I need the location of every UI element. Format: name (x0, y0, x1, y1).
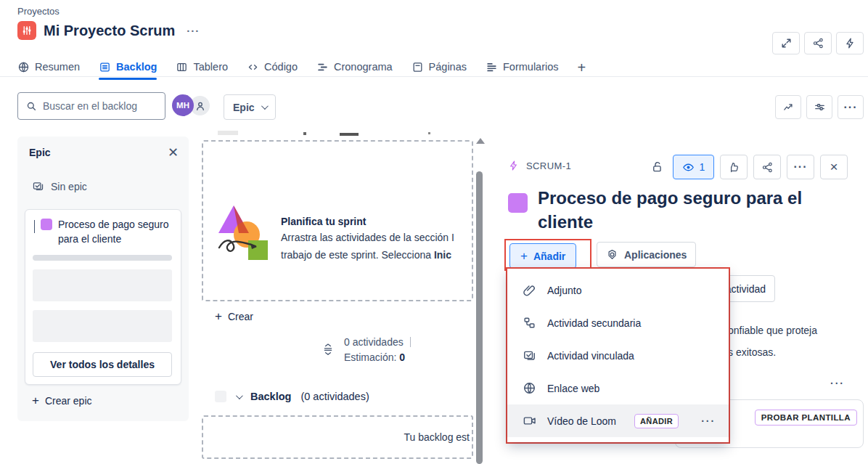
sin-epic-filter[interactable]: Sin epic (32, 180, 189, 192)
backlog-issue-count: (0 actividades) (300, 391, 369, 402)
description-fragment: s exitosas. (728, 346, 776, 358)
add-dropdown-menu: Adjunto Actividad secundaria Actividad v… (507, 269, 729, 442)
tab-tablero[interactable]: Tablero (176, 61, 228, 75)
backlog-section-title[interactable]: Backlog (250, 391, 291, 402)
project-avatar-icon (17, 21, 36, 40)
automation-button[interactable] (836, 32, 864, 54)
eye-icon (682, 161, 695, 174)
clipped-row-fragment (303, 132, 306, 135)
annotation-box-add: + Añadir (504, 239, 591, 271)
skeleton-row (33, 310, 172, 342)
epic-progress-bar (33, 255, 172, 261)
fullscreen-button[interactable] (772, 32, 800, 54)
linked-work-icon (523, 349, 536, 362)
clipped-row-fragment (428, 132, 430, 134)
scrollbar-up-arrow[interactable] (476, 138, 485, 144)
menu-item-video-loom[interactable]: Vídeo de Loom AÑADIR ··· (507, 404, 729, 437)
try-template-badge[interactable]: PROBAR PLANTILLA (755, 410, 857, 426)
search-icon (25, 100, 37, 112)
epic-card: Proceso de pago seguro para el cliente V… (25, 209, 181, 385)
sprint-empty-text-line2: trabajo de este sprint. Selecciona Inic (281, 249, 451, 261)
share-button[interactable] (804, 32, 832, 54)
add-tab-button[interactable]: + (578, 60, 586, 76)
globe-icon (523, 381, 536, 395)
menu-item-enlace-web[interactable]: Enlace web (507, 372, 729, 404)
epic-panel-title: Epic (29, 147, 51, 158)
project-more-button[interactable]: ··· (182, 23, 204, 38)
breadcrumb[interactable]: Proyectos (17, 6, 60, 17)
search-input[interactable] (43, 100, 152, 112)
add-button[interactable]: + Añadir (509, 243, 576, 269)
like-button[interactable] (720, 155, 748, 179)
menu-item-more-button[interactable]: ··· (701, 415, 716, 427)
no-epic-icon (32, 180, 44, 192)
tab-paginas[interactable]: Páginas (412, 61, 467, 75)
loom-video-icon (523, 414, 536, 428)
chevron-down-icon (261, 102, 269, 110)
plus-icon: + (215, 312, 222, 322)
tab-cronograma[interactable]: Cronograma (316, 61, 393, 75)
chevron-down-icon[interactable] (34, 217, 35, 233)
tab-codigo[interactable]: Código (247, 61, 298, 75)
insights-button[interactable] (775, 95, 801, 119)
sprint-illustration (216, 203, 276, 264)
clipped-row-fragment (218, 131, 238, 135)
tabs-divider (0, 76, 868, 77)
estimate-value: 0 (399, 351, 405, 363)
scrollbar-thumb[interactable] (476, 171, 483, 464)
project-tabs: Resumen Backlog Tablero Código Cronogram… (17, 58, 586, 77)
watchers-button[interactable]: 1 (673, 155, 714, 179)
avatar[interactable]: MH (172, 94, 194, 116)
select-all-checkbox[interactable] (215, 391, 226, 402)
sprint-empty-title: Planifica tu sprint (281, 216, 366, 227)
sprint-empty-card: Planifica tu sprint Arrastra las activid… (202, 140, 473, 301)
sprint-stats: 0 actividades Estimación: 0 (321, 335, 411, 365)
backlog-empty-text: Tu backlog est (404, 431, 470, 443)
menu-item-adjunto[interactable]: Adjunto (507, 274, 729, 306)
issue-key[interactable]: SCRUM-1 (526, 160, 571, 171)
backlog-empty-dropzone: Tu backlog est (202, 415, 473, 459)
estimate-label: Estimación: (344, 351, 399, 363)
issue-more-button[interactable]: ··· (787, 155, 814, 179)
view-settings-button[interactable] (806, 95, 832, 119)
project-header: Mi Proyecto Scrum ··· (17, 21, 204, 40)
issue-actions: 1 ··· × (648, 155, 848, 179)
backlog-section-header: Backlog (0 actividades) (215, 391, 369, 402)
estimate-icon[interactable] (321, 341, 335, 359)
jira-backlog-page: Proyectos Mi Proyecto Scrum ··· Resumen … (0, 0, 868, 464)
apps-button[interactable]: Aplicaciones (597, 242, 696, 267)
share-issue-button[interactable] (753, 155, 781, 179)
subtasks-icon (523, 316, 536, 330)
sprint-empty-text-line1: Arrastra las actividades de la sección I (281, 232, 454, 243)
backlog-search (17, 92, 165, 120)
stats-divider (410, 337, 411, 347)
tab-backlog[interactable]: Backlog (99, 61, 157, 75)
section-more-button[interactable]: ··· (830, 378, 845, 389)
issue-title[interactable]: Proceso de pago seguro para el cliente (538, 186, 835, 234)
create-issue-button[interactable]: + Crear (215, 311, 253, 322)
epic-card-header[interactable]: Proceso de pago seguro para el cliente (25, 210, 181, 246)
header-actions (772, 32, 864, 54)
close-icon[interactable]: ✕ (168, 147, 179, 158)
menu-item-actividad-secundaria[interactable]: Actividad secundaria (507, 306, 729, 339)
epic-color-swatch (41, 219, 52, 230)
chevron-down-icon[interactable] (236, 392, 243, 399)
create-epic-button[interactable]: + Crear epic (32, 395, 92, 407)
board-actions: ··· (775, 95, 864, 119)
more-actions-button[interactable]: ··· (838, 95, 864, 119)
paperclip-icon (523, 283, 536, 297)
menu-item-actividad-vinculada[interactable]: Actividad vinculada (507, 339, 729, 372)
skeleton-row (33, 269, 172, 301)
description-fragment: onfiable que proteja (728, 325, 817, 336)
unlock-icon[interactable] (648, 158, 667, 176)
clipped-row-fragment (340, 133, 359, 136)
tab-formularios[interactable]: Formularios (486, 61, 559, 75)
epic-filter-dropdown[interactable]: Epic (224, 94, 276, 120)
tab-resumen[interactable]: Resumen (17, 61, 80, 75)
view-all-details-button[interactable]: Ver todos los detalles (33, 352, 172, 377)
watcher-count: 1 (700, 161, 705, 173)
epic-name: Proceso de pago seguro para el cliente (58, 217, 174, 246)
close-issue-button[interactable]: × (820, 155, 848, 179)
epic-sidebar-panel: Epic ✕ Sin epic Proceso de pago seguro p… (17, 137, 189, 421)
issue-key-row[interactable]: SCRUM-1 (508, 160, 571, 171)
